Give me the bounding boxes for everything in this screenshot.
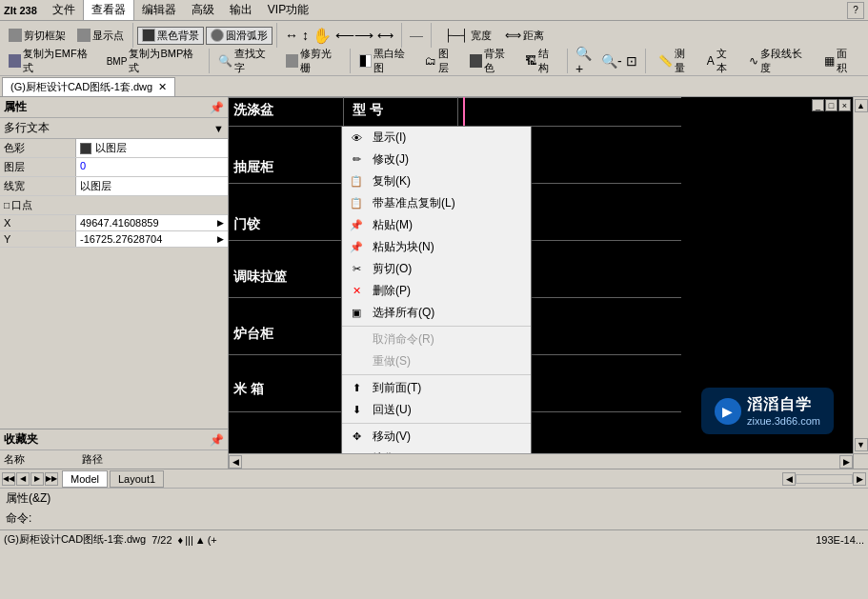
props-row-linewidth: 线宽 以图层 [0, 177, 228, 196]
ctx-item-cut[interactable]: ✂ 剪切(O) [342, 258, 531, 280]
zoom-fit-icon[interactable]: ⊡ [626, 53, 637, 69]
black-bg-btn[interactable]: 黑色背景 [137, 27, 204, 45]
scroll-bottom-left-btn[interactable]: ◀ [229, 455, 242, 469]
ctx-item-copy[interactable]: 📋 复制(K) [342, 170, 531, 192]
collector-cols: 名称 路径 [0, 450, 228, 469]
zoom-out-icon[interactable]: 🔍- [601, 53, 622, 69]
bw-btn[interactable]: 黑白绘图 [354, 45, 418, 77]
layout-tab-model[interactable]: Model [62, 470, 108, 488]
polylen-btn[interactable]: ∿ 多段线长度 [744, 45, 815, 77]
scroll-bottom-right-btn[interactable]: ▶ [839, 455, 853, 469]
show-points-btn[interactable]: 显示点 [72, 27, 129, 45]
smooth-arc-btn[interactable]: 圆滑弧形 [206, 27, 273, 45]
ctx-icon-copy: 📋 [350, 175, 363, 189]
tab-close-icon[interactable]: ✕ [158, 81, 167, 93]
trim-grid-btn[interactable]: 修剪光栅 [281, 45, 346, 77]
menu-item-file[interactable]: 文件 [45, 0, 83, 20]
text-btn[interactable]: A 文本 [702, 45, 741, 77]
copy-emf-btn[interactable]: 复制为EMF格式 [4, 45, 100, 77]
ctx-item-delete[interactable]: ✕ 删除(P) [342, 280, 531, 302]
struct-btn[interactable]: 🏗 结构 [520, 45, 562, 77]
props-dropdown-icon[interactable]: ▼ [213, 123, 224, 134]
props-key-linewidth: 线宽 [0, 177, 76, 195]
layout-nav-start[interactable]: ◀◀ [2, 472, 15, 486]
ctx-item-front[interactable]: ⬆ 到前面(T) [342, 377, 531, 399]
cad-text-seasoning: 调味拉篮 [233, 269, 287, 286]
toolbar-cad2-section: 🔍 查找文字 修剪光栅 [210, 49, 350, 73]
canvas-scrollbar-right: ▲ ▼ [853, 97, 868, 453]
collector-title: 收藏夹 [4, 431, 38, 448]
ctx-item-mirror[interactable]: ⇔ 镜像(W) [342, 448, 531, 453]
ctx-item-paste[interactable]: 📌 粘贴(M) [342, 214, 531, 236]
struct-icon: 🏗 [525, 54, 536, 68]
sb-plus-icon[interactable]: (+ [208, 534, 217, 546]
canvas-close-btn[interactable]: × [838, 99, 851, 111]
pos-icon-5[interactable]: ⟷ [377, 29, 394, 42]
ctx-item-copy-base[interactable]: 📋 带基准点复制(L) [342, 192, 531, 214]
x-arrow-icon[interactable]: ▶ [217, 218, 224, 228]
distance-btn[interactable]: ⟺ 距离 [500, 27, 549, 45]
toolbar: 剪切框架 显示点 黑色背景 圆滑弧形 ↔ ↕ ✋ ⟵⟶ ⟷ [0, 21, 868, 76]
browse-icon-1[interactable]: — [410, 28, 423, 43]
cut-frame-btn[interactable]: 剪切框架 [4, 27, 71, 45]
menu-item-vip[interactable]: VIP功能 [260, 0, 316, 20]
pos-icon-2[interactable]: ↕ [302, 28, 309, 43]
find-text-btn[interactable]: 🔍 查找文字 [213, 45, 279, 77]
scroll-right-down-btn[interactable]: ▼ [855, 438, 868, 451]
canvas-restore-btn[interactable]: □ [825, 99, 838, 111]
ctx-item-show[interactable]: 👁 显示(I) [342, 127, 531, 149]
cmdline-input[interactable] [35, 512, 862, 526]
ctx-item-modify[interactable]: ✏ 修改(J) [342, 149, 531, 170]
ctx-icon-show: 👁 [350, 131, 363, 145]
ctx-item-paste-block[interactable]: 📌 粘贴为块(N) [342, 236, 531, 258]
menu-item-viewer[interactable]: 查看器 [83, 0, 134, 21]
scroll-right-up-btn[interactable]: ▲ [855, 99, 868, 112]
canvas-min-btn[interactable]: _ [812, 99, 824, 111]
y-arrow-icon[interactable]: ▶ [217, 234, 224, 244]
layer-btn[interactable]: 🗂 图层 [420, 45, 462, 77]
zoom-in-icon[interactable]: 🔍+ [575, 46, 597, 76]
layout-nav-next[interactable]: ▶ [30, 472, 44, 486]
horiz-scroll-right[interactable]: ▶ [853, 472, 866, 486]
measure-btn[interactable]: 📏 测量 [654, 45, 698, 77]
layout-nav-end[interactable]: ▶▶ [45, 472, 58, 486]
props-pin-icon[interactable]: 📌 [210, 101, 224, 114]
props-panel: 属性 📌 多行文本 ▼ 色彩 以图层 图层 0 [0, 97, 228, 429]
sb-triangle-icon[interactable]: ▲ [195, 534, 206, 546]
copy-bmp-btn[interactable]: BMP 复制为BMP格式 [102, 45, 206, 77]
pos-icon-3[interactable]: ✋ [313, 27, 332, 45]
collector-header: 收藏夹 📌 [0, 429, 228, 450]
context-menu: 👁 显示(I) ✏ 修改(J) 📋 复制(K) 📋 带基准点复制(L) 📌 [341, 126, 532, 453]
ctx-icon-paste: 📌 [350, 219, 363, 232]
watermark-logo-icon: ▶ [715, 398, 741, 425]
layout-tab-layout1[interactable]: Layout1 [110, 470, 164, 488]
area-btn[interactable]: ▦ 面积 [819, 45, 860, 77]
file-tab[interactable]: (G)厨柜设计CAD图纸-1套.dwg ✕ [2, 77, 175, 96]
pos-icon-1[interactable]: ↔ [285, 28, 298, 43]
collector-pin-icon[interactable]: 📌 [210, 433, 224, 447]
props-type-row: 多行文本 ▼ [0, 118, 228, 139]
sb-grid-icon[interactable]: ||| [185, 534, 193, 546]
props-key-y: Y [0, 231, 76, 247]
ctx-item-redo[interactable]: 重做(S) [342, 350, 531, 372]
menu-item-advanced[interactable]: 高级 [184, 0, 222, 20]
measure-icon: 📏 [658, 54, 673, 68]
ctx-item-back[interactable]: ⬇ 回送(U) [342, 399, 531, 421]
ctx-item-select-all[interactable]: ▣ 选择所有(Q) [342, 302, 531, 324]
toolbar-measure2-section: 📏 测量 A 文本 ∿ 多段线长度 ▦ 面积 [646, 49, 868, 73]
menu-item-output[interactable]: 输出 [222, 0, 260, 20]
ctx-item-cancel-cmd[interactable]: 取消命令(R) [342, 329, 531, 350]
cad-text-drawer: 抽屉柜 [233, 159, 273, 176]
help-icon[interactable]: ? [847, 2, 864, 19]
props-row-x: X 49647.41608859 ▶ [0, 215, 228, 231]
ctx-item-move[interactable]: ✥ 移动(V) [342, 426, 531, 448]
pos-icon-4[interactable]: ⟵⟶ [335, 28, 373, 43]
layout-nav-prev[interactable]: ◀ [16, 472, 30, 486]
bgcolor-btn[interactable]: 背景色 [465, 45, 519, 77]
menu-item-editor[interactable]: 编辑器 [134, 0, 184, 20]
cut-frame-icon [9, 29, 22, 42]
width-btn[interactable]: ├─┤ 宽度 [439, 27, 496, 45]
sb-diamond-icon[interactable]: ♦ [178, 534, 184, 546]
width-icon: ├─┤ [444, 29, 469, 42]
horiz-scroll-left[interactable]: ◀ [782, 472, 796, 486]
